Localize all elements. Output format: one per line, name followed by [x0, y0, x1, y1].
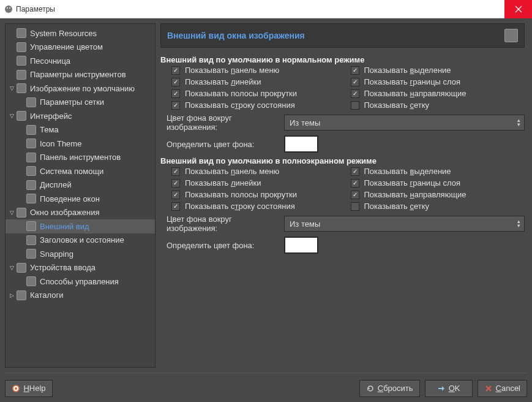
ok-button[interactable]: OK: [425, 380, 473, 397]
tree-item-label: Каталоги: [30, 290, 64, 300]
padding-color-swatch[interactable]: [284, 135, 318, 153]
tree-item-label: Устройства ввода: [30, 263, 96, 272]
checkbox-label: Показывать полосы прокрутки: [185, 89, 297, 98]
checkbox[interactable]: [351, 179, 359, 188]
tree-item-icon: [17, 28, 26, 38]
tree-expander-icon[interactable]: ▷: [8, 292, 15, 298]
tree-expander-icon[interactable]: ▽: [8, 113, 15, 119]
checkbox[interactable]: [171, 89, 180, 98]
tree-item[interactable]: Внешний вид: [6, 219, 155, 233]
tree-item[interactable]: Песочница: [6, 54, 155, 68]
tree-item-icon: [17, 208, 26, 218]
padding-color-row: Определить цвет фона:: [160, 135, 525, 153]
checkbox-row[interactable]: Показывать сетку: [351, 100, 525, 110]
tree-item[interactable]: ▽Интерфейс: [6, 109, 155, 123]
padding-mode-combo[interactable]: Из темы▴▾: [284, 115, 525, 131]
checkbox-row[interactable]: Показывать сетку: [351, 202, 525, 211]
section-title: Внешний вид по умолчанию в нормальном ре…: [160, 55, 525, 64]
tree-item[interactable]: Заголовок и состояние: [6, 233, 155, 248]
checkbox-row[interactable]: Показывать границы слоя: [351, 77, 525, 86]
tree-item-label: Параметры сетки: [40, 97, 104, 107]
reset-button[interactable]: Сбросить: [359, 380, 420, 397]
padding-mode-combo[interactable]: Из темы▴▾: [284, 216, 525, 232]
checkbox-label: Показывать линейки: [185, 77, 261, 86]
checkbox-row[interactable]: Показывать панель меню: [171, 66, 346, 75]
tree-item-icon: [17, 263, 26, 273]
checkbox[interactable]: [171, 179, 180, 188]
window-close-button[interactable]: [504, 0, 532, 18]
tree-item-label: Система помощи: [40, 167, 103, 176]
checkbox[interactable]: [351, 167, 359, 176]
checkbox[interactable]: [351, 66, 359, 75]
tree-item[interactable]: Icon Theme: [6, 137, 155, 151]
tree-expander-icon[interactable]: ▽: [8, 85, 15, 91]
tree-item[interactable]: ▽Изображение по умолчанию: [6, 82, 155, 96]
checkbox[interactable]: [351, 202, 359, 211]
checkbox[interactable]: [171, 101, 180, 110]
checkbox[interactable]: [351, 78, 359, 86]
checkbox[interactable]: [171, 66, 180, 75]
checkbox-row[interactable]: Показывать строку состояния: [171, 202, 346, 211]
checkbox-row[interactable]: Показывать выделение: [351, 66, 525, 75]
tree-expander-icon[interactable]: ▽: [8, 210, 15, 216]
checkbox[interactable]: [171, 167, 180, 176]
tree-item-label: Окно изображения: [30, 208, 99, 217]
checkbox-row[interactable]: Показывать полосы прокрутки: [171, 190, 346, 199]
tree-item-icon: [26, 97, 36, 107]
checkbox-label: Показывать строку состояния: [185, 202, 295, 211]
tree-item-icon: [26, 235, 36, 245]
checkbox[interactable]: [171, 191, 180, 199]
padding-mode-row: Цвет фона вокруг изображения:Из темы▴▾: [160, 214, 525, 233]
checkbox-row[interactable]: Показывать панель меню: [171, 167, 346, 176]
tree-item[interactable]: Способы управления: [6, 275, 155, 289]
tree-item[interactable]: ▷Каталоги: [6, 289, 155, 303]
tree-item[interactable]: Параметры сетки: [6, 96, 155, 110]
window-title: Параметры: [16, 5, 55, 13]
tree-item[interactable]: Панель инструментов: [6, 151, 155, 165]
checkbox[interactable]: [171, 202, 180, 211]
tree-item-icon: [17, 83, 26, 93]
checkbox-row[interactable]: Показывать линейки: [171, 178, 346, 188]
cancel-button[interactable]: Cancel: [478, 380, 527, 397]
tree-item-icon: [26, 249, 36, 259]
checkbox-row[interactable]: Показывать границы слоя: [351, 178, 525, 188]
padding-color-swatch[interactable]: [284, 237, 318, 254]
tree-item[interactable]: Система помощи: [6, 164, 155, 178]
preferences-tree[interactable]: System ResourcesУправление цветомПесочни…: [5, 23, 155, 368]
checkbox-row[interactable]: Показывать выделение: [351, 167, 525, 176]
tree-item-icon: [17, 290, 26, 300]
tree-item-icon: [17, 56, 26, 66]
tree-item-icon: [26, 125, 36, 135]
checkbox-label: Показывать панель меню: [185, 167, 279, 176]
tree-item[interactable]: Дисплей: [6, 178, 155, 192]
padding-mode-label: Цвет фона вокруг изображения:: [167, 214, 278, 233]
checkbox[interactable]: [351, 191, 359, 199]
checkbox-row[interactable]: Показывать направляющие: [351, 190, 525, 199]
tree-item[interactable]: ▽Окно изображения: [6, 206, 155, 220]
tree-item-label: Управление цветом: [30, 42, 103, 51]
tree-item-label: Интерфейс: [30, 112, 72, 121]
tree-item-icon: [26, 166, 36, 176]
tree-item[interactable]: Snapping: [6, 247, 155, 261]
checkbox[interactable]: [351, 89, 359, 98]
tree-item-label: Панель инструментов: [40, 153, 121, 162]
tree-item[interactable]: ▽Устройства ввода: [6, 261, 155, 275]
tree-item[interactable]: Поведение окон: [6, 192, 155, 206]
tree-item-icon: [17, 42, 26, 52]
tree-item[interactable]: Управление цветом: [6, 40, 155, 55]
tree-item[interactable]: System Resources: [6, 26, 155, 40]
checkbox-row[interactable]: Показывать строку состояния: [171, 100, 346, 110]
checkbox-row[interactable]: Показывать линейки: [171, 77, 346, 86]
checkbox[interactable]: [171, 78, 180, 86]
checkbox-label: Показывать направляющие: [364, 190, 466, 199]
padding-mode-row: Цвет фона вокруг изображения:Из темы▴▾: [160, 113, 525, 132]
tree-expander-icon[interactable]: ▽: [8, 265, 15, 271]
tree-item-label: Заголовок и состояние: [40, 235, 124, 245]
checkbox-row[interactable]: Показывать направляющие: [351, 89, 525, 98]
tree-item[interactable]: Параметры инструментов: [6, 68, 155, 82]
tree-item[interactable]: Тема: [6, 123, 155, 137]
checkbox-row[interactable]: Показывать полосы прокрутки: [171, 89, 346, 98]
tree-item-label: Дисплей: [40, 180, 72, 189]
help-button[interactable]: HHelp: [5, 380, 53, 397]
checkbox[interactable]: [351, 101, 359, 110]
